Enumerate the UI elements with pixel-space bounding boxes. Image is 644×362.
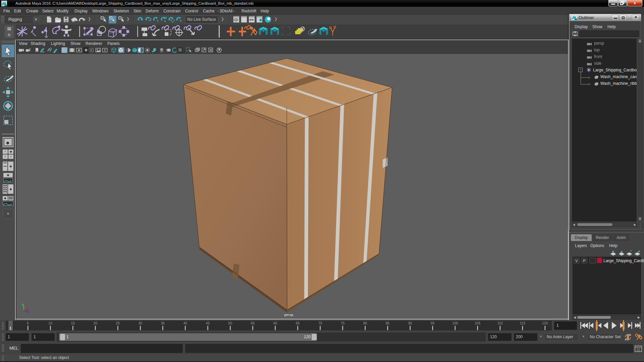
svg-text:25: 25: [116, 321, 120, 325]
svg-text:100: 100: [452, 321, 458, 325]
svg-text:110: 110: [497, 321, 503, 325]
svg-text:T: T: [104, 49, 106, 52]
svg-text:90: 90: [408, 321, 412, 325]
svg-text:20: 20: [93, 321, 97, 325]
svg-text:55: 55: [251, 321, 255, 325]
svg-text:10: 10: [48, 321, 52, 325]
svg-text:115: 115: [520, 321, 525, 325]
svg-text:1: 1: [9, 326, 11, 330]
svg-text:persp: persp: [284, 313, 293, 317]
svg-text:40: 40: [183, 321, 187, 325]
svg-text:70: 70: [318, 321, 322, 325]
svg-text:30: 30: [138, 321, 142, 325]
svg-text:120: 120: [542, 321, 548, 325]
svg-text:z: z: [26, 309, 29, 313]
svg-text:45: 45: [206, 321, 210, 325]
svg-text:60: 60: [273, 321, 277, 325]
svg-text:95: 95: [431, 321, 435, 325]
svg-text:75: 75: [341, 321, 345, 325]
svg-text:80: 80: [363, 321, 367, 325]
svg-text:y: y: [22, 302, 24, 306]
svg-text:35: 35: [161, 321, 165, 325]
svg-text:65: 65: [296, 321, 300, 325]
svg-text:15: 15: [71, 321, 75, 325]
svg-text:5: 5: [27, 321, 29, 325]
svg-text:50: 50: [228, 321, 232, 325]
svg-text:85: 85: [386, 321, 390, 325]
svg-text:{;}: {;}: [637, 348, 640, 351]
svg-text:105: 105: [475, 321, 481, 325]
